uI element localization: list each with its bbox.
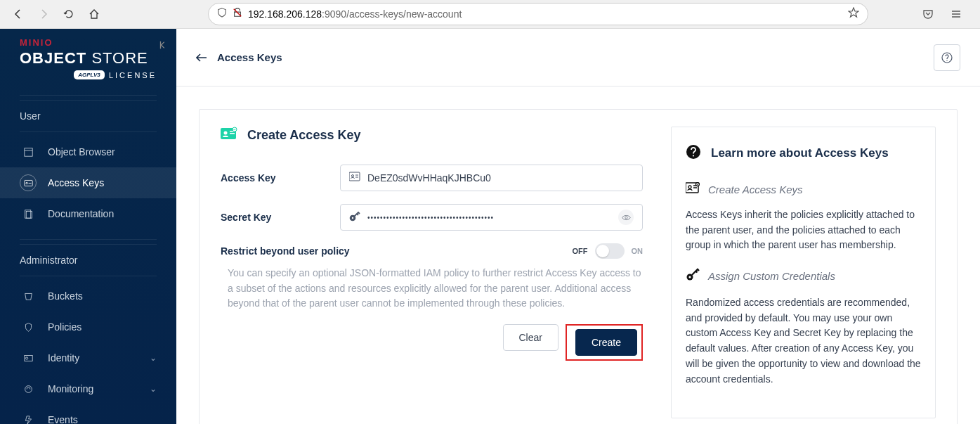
info-paragraph-2: Randomized access credentials are recomm…: [686, 295, 921, 387]
restrict-help-text: You can specify an optional JSON-formatt…: [221, 266, 643, 311]
create-button[interactable]: Create: [575, 329, 637, 356]
eye-icon: [622, 213, 631, 222]
access-key-label: Access Key: [221, 172, 340, 184]
logo: MINIO OBJECT STORE AGPLV3 LICENSE: [0, 37, 176, 91]
events-icon: [20, 411, 37, 424]
browser-reload-button[interactable]: [59, 4, 79, 24]
sidebar-item-identity[interactable]: Identity ⌄: [0, 342, 176, 373]
svg-point-9: [946, 60, 947, 60]
collapse-sidebar-icon[interactable]: [158, 40, 168, 53]
sidebar-item-label: Policies: [48, 321, 81, 333]
id-card-small-icon: [349, 172, 360, 184]
secret-key-label: Secret Key: [221, 212, 340, 223]
svg-point-18: [352, 217, 353, 219]
browser-forward-button[interactable]: [34, 4, 53, 24]
info-paragraph-1: Access Keys inherit the policies explici…: [686, 207, 921, 253]
sidebar-item-label: Access Keys: [48, 177, 104, 188]
svg-rect-0: [24, 148, 32, 155]
sidebar-item-buckets[interactable]: Buckets: [0, 281, 176, 311]
secret-key-input[interactable]: [367, 214, 611, 221]
chevron-down-icon: ⌄: [150, 384, 157, 394]
chevron-down-icon: ⌄: [150, 353, 157, 363]
sidebar-section-admin: Administrator: [20, 244, 157, 271]
help-button[interactable]: [934, 44, 960, 71]
id-card-outline-icon: [686, 182, 700, 196]
info-title: Learn more about Access Keys: [711, 146, 889, 160]
arrow-left-icon: [196, 53, 207, 62]
sidebar-item-policies[interactable]: Policies: [0, 311, 176, 342]
bookmark-star-icon[interactable]: [848, 7, 859, 21]
shield-icon: [217, 8, 227, 20]
sidebar-section-user: User: [20, 100, 157, 127]
access-key-input[interactable]: [367, 172, 634, 184]
sidebar-item-access-keys[interactable]: Access Keys: [0, 167, 176, 198]
url-text: 192.168.206.128:9090/access-keys/new-acc…: [248, 8, 842, 20]
identity-icon: [20, 349, 37, 366]
logo-brand: MINIO: [20, 37, 157, 48]
sidebar: MINIO OBJECT STORE AGPLV3 LICENSE User O…: [0, 29, 176, 424]
create-access-key-form: Create Access Key Access Key Secret Key: [221, 127, 643, 418]
svg-point-7: [25, 385, 32, 392]
svg-point-16: [352, 175, 354, 177]
key-card-icon: [20, 174, 37, 191]
browser-back-button[interactable]: [8, 4, 28, 24]
browser-toolbar: 192.168.206.128:9090/access-keys/new-acc…: [0, 0, 980, 29]
browser-home-button[interactable]: [84, 4, 104, 24]
lock-insecure-icon: [233, 8, 242, 20]
clear-button[interactable]: Clear: [503, 324, 558, 351]
svg-point-23: [688, 186, 691, 188]
sidebar-item-label: Identity: [48, 352, 79, 364]
browser-icon: [20, 143, 37, 160]
back-to-access-keys[interactable]: Access Keys: [196, 51, 282, 63]
id-card-icon: [221, 127, 237, 143]
pocket-icon[interactable]: [918, 4, 938, 24]
sidebar-item-label: Buckets: [48, 290, 83, 302]
info-sub-assign: Assign Custom Credentials: [708, 270, 835, 282]
sidebar-item-label: Documentation: [48, 208, 114, 219]
key-icon: [349, 210, 360, 224]
sidebar-item-documentation[interactable]: Documentation: [0, 198, 176, 229]
document-icon: [20, 205, 37, 222]
sidebar-item-object-browser[interactable]: Object Browser: [0, 136, 176, 167]
key-solid-icon: [686, 267, 700, 284]
restrict-toggle-label: Restrict beyond user policy: [221, 245, 573, 257]
reveal-secret-button[interactable]: [618, 210, 634, 225]
sidebar-item-events[interactable]: Events: [0, 404, 176, 424]
toggle-off-label: OFF: [573, 247, 588, 255]
svg-rect-15: [349, 172, 360, 181]
hamburger-menu-icon[interactable]: [946, 4, 966, 24]
svg-point-21: [693, 155, 694, 156]
back-label: Access Keys: [217, 51, 282, 63]
toggle-on-label: ON: [632, 247, 643, 255]
policy-icon: [20, 319, 37, 335]
svg-rect-13: [230, 133, 235, 134]
logo-title: OBJECT STORE: [20, 49, 157, 68]
logo-license: AGPLV3 LICENSE: [20, 70, 157, 79]
browser-url-bar[interactable]: 192.168.206.128:9090/access-keys/new-acc…: [208, 3, 868, 25]
svg-point-2: [25, 182, 27, 184]
create-button-highlight: Create: [566, 324, 643, 361]
sidebar-item-label: Events: [48, 414, 78, 424]
sidebar-item-label: Object Browser: [48, 146, 115, 158]
svg-point-6: [25, 356, 27, 359]
info-panel: Learn more about Access Keys Create Acce…: [671, 127, 936, 418]
sidebar-item-monitoring[interactable]: Monitoring ⌄: [0, 373, 176, 404]
sidebar-item-label: Monitoring: [48, 383, 93, 394]
svg-point-19: [625, 216, 627, 218]
question-icon: [941, 52, 953, 63]
bucket-icon: [20, 288, 37, 304]
main-content: Access Keys Create Access Key Access Key: [176, 29, 980, 424]
topbar: Access Keys: [176, 29, 980, 86]
restrict-toggle[interactable]: [595, 243, 625, 259]
info-sub-create: Create Access Keys: [708, 184, 803, 195]
svg-point-11: [224, 131, 228, 135]
svg-point-26: [688, 276, 691, 278]
form-title: Create Access Key: [247, 128, 360, 143]
question-circle-icon: [686, 144, 701, 162]
monitoring-icon: [20, 380, 37, 397]
